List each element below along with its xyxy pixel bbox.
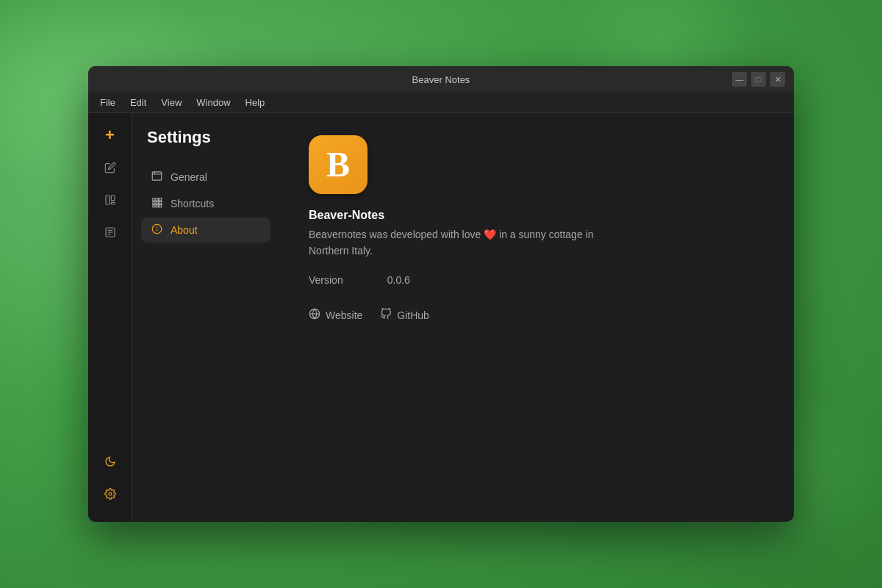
website-link[interactable]: Website [309,308,362,323]
shortcuts-icon [150,197,163,210]
github-link[interactable]: GitHub [380,308,429,323]
about-label: About [171,224,198,236]
app-name: Beaver-Notes [309,209,764,222]
svg-point-7 [109,492,112,495]
app-icon-letter: B [326,147,350,182]
app-description: Beavernotes was developed with love ❤️ i… [309,226,617,259]
maximize-button[interactable]: □ [751,72,766,87]
version-label: Version [309,274,343,286]
dark-mode-button[interactable] [97,448,123,475]
settings-title: Settings [141,128,270,147]
notes-list-button[interactable] [97,219,123,245]
layout-button[interactable] [97,187,123,213]
svg-rect-11 [152,198,154,201]
version-row: Version 0.0.6 [309,274,764,286]
menubar: File Edit View Window Help [88,93,794,113]
moon-icon [104,456,116,467]
layout-icon [104,194,116,206]
settings-panel: Settings General [132,113,794,522]
settings-nav: Settings General [132,113,279,522]
svg-rect-19 [159,205,161,207]
settings-button[interactable] [97,481,123,507]
svg-rect-0 [106,196,110,204]
sidebar: + [88,113,132,522]
svg-rect-16 [159,201,161,204]
shortcuts-label: Shortcuts [171,198,214,209]
general-label: General [171,171,207,183]
github-label: GitHub [397,309,429,321]
menu-file[interactable]: File [94,95,121,110]
nav-item-shortcuts[interactable]: Shortcuts [141,191,270,216]
main-content: + [88,113,794,522]
minimize-button[interactable]: — [732,72,747,87]
app-icon: B [309,135,368,194]
links-row: Website GitHub [309,308,764,323]
sidebar-top: + [97,122,123,448]
menu-edit[interactable]: Edit [124,95,152,110]
add-note-button[interactable]: + [97,122,123,148]
svg-rect-8 [152,172,162,180]
nav-item-about[interactable]: About [141,218,270,243]
window-title: Beaver Notes [412,74,470,85]
gear-icon [104,488,116,500]
website-label: Website [326,309,362,321]
menu-help[interactable]: Help [240,95,271,110]
titlebar: Beaver Notes — □ ✕ [88,66,794,93]
version-value: 0.0.6 [387,274,410,286]
edit-button[interactable] [97,154,123,181]
nav-item-general[interactable]: General [141,165,270,190]
window-controls: — □ ✕ [732,72,785,87]
info-icon [151,223,162,234]
about-content: B Beaver-Notes Beavernotes was developed… [279,113,794,522]
edit-icon [104,162,116,173]
sidebar-bottom [97,448,123,507]
description-before: Beavernotes was developed with love [309,229,481,240]
svg-rect-13 [159,198,161,201]
github-icon [380,308,392,323]
close-button[interactable]: ✕ [770,72,785,87]
app-window: Beaver Notes — □ ✕ File Edit View Window… [88,66,794,522]
svg-rect-15 [156,201,158,204]
svg-rect-12 [156,198,158,201]
grid-icon [151,197,162,208]
svg-rect-17 [152,205,154,207]
globe-icon [309,308,320,323]
browser-icon [151,171,162,182]
svg-rect-18 [156,205,158,207]
menu-window[interactable]: Window [190,95,236,110]
svg-rect-2 [111,202,115,204]
notes-icon [104,226,116,238]
menu-view[interactable]: View [155,95,187,110]
heart-icon: ❤️ [484,229,499,240]
svg-rect-14 [152,201,154,204]
about-icon [150,223,163,237]
svg-rect-1 [111,196,115,201]
general-icon [150,171,163,184]
